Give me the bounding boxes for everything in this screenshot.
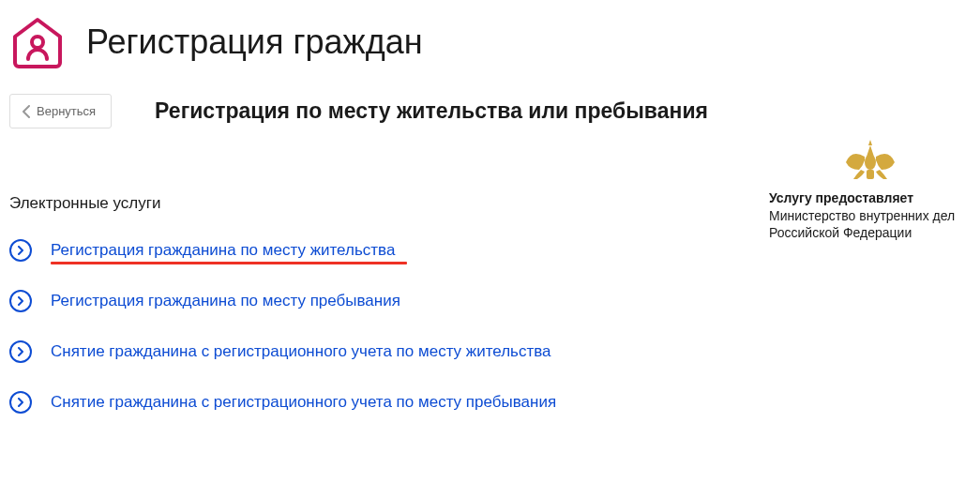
service-item: Снятие гражданина с регистрационного уче…: [9, 391, 971, 414]
provider-name: Министерство внутренних дел Российской Ф…: [769, 207, 971, 241]
provider-box: Услугу предоставляет Министерство внутре…: [769, 138, 971, 241]
coat-of-arms-icon: [842, 138, 898, 183]
service-item: Снятие гражданина с регистрационного уче…: [9, 340, 971, 363]
arrow-right-circle-icon: [9, 239, 32, 262]
nav-row: Вернуться Регистрация по месту жительств…: [0, 94, 980, 128]
highlight-underline: [51, 262, 407, 264]
main-content: Услугу предоставляет Министерство внутре…: [0, 194, 980, 414]
service-list: Регистрация гражданина по месту жительст…: [9, 239, 971, 414]
service-link-residence-removal[interactable]: Снятие гражданина с регистрационного уче…: [51, 342, 551, 361]
page-header: Регистрация граждан: [0, 0, 980, 94]
page-subtitle: Регистрация по месту жительства или преб…: [155, 98, 708, 124]
provider-label: Услугу предоставляет: [769, 190, 971, 205]
arrow-right-circle-icon: [9, 290, 32, 312]
svg-rect-2: [867, 170, 874, 179]
service-link-residence-registration[interactable]: Регистрация гражданина по месту жительст…: [51, 241, 395, 260]
back-button[interactable]: Вернуться: [9, 94, 112, 128]
back-button-label: Вернуться: [37, 104, 96, 118]
service-link-stay-registration[interactable]: Регистрация гражданина по месту пребыван…: [51, 292, 400, 310]
arrow-right-circle-icon: [9, 391, 32, 414]
arrow-right-circle-icon: [9, 340, 32, 363]
page-title: Регистрация граждан: [86, 23, 423, 62]
svg-point-0: [32, 37, 43, 48]
house-user-icon: [9, 14, 66, 70]
service-item: Регистрация гражданина по месту пребыван…: [9, 290, 971, 312]
service-item: Регистрация гражданина по месту жительст…: [9, 239, 971, 262]
svg-point-1: [865, 155, 876, 170]
chevron-left-icon: [22, 105, 31, 118]
service-link-stay-removal[interactable]: Снятие гражданина с регистрационного уче…: [51, 393, 556, 412]
